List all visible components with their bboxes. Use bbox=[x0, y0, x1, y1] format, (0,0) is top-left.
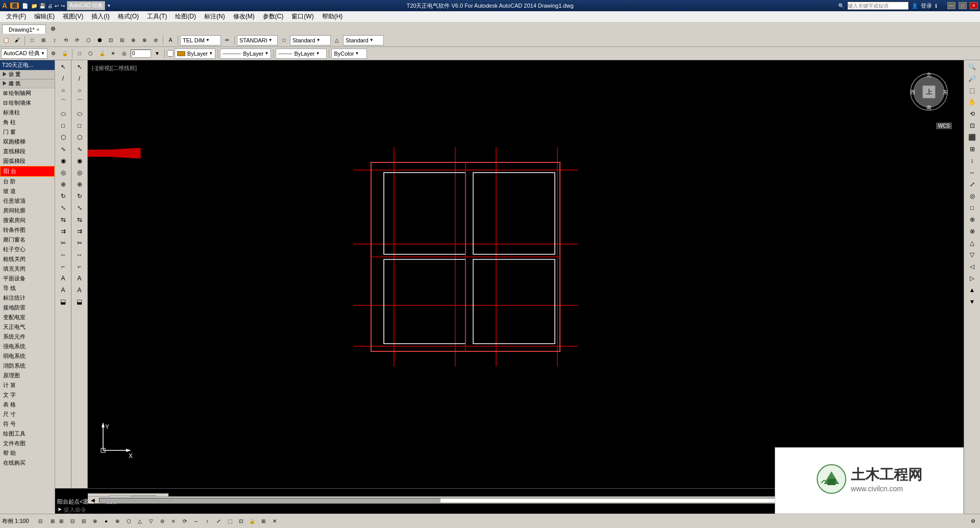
workspace-dropdown[interactable]: AutoCAD 经典 ▼ bbox=[1, 49, 47, 59]
lineweight-dropdown[interactable]: ——— ByLayer ▼ bbox=[276, 49, 327, 59]
plotcolor-dropdown[interactable]: ByColor ▼ bbox=[331, 49, 367, 59]
snap-icon18[interactable]: 🔒 bbox=[247, 516, 257, 526]
snap-icon15[interactable]: ⤢ bbox=[213, 516, 224, 526]
tb-icon5[interactable]: ⟳ bbox=[72, 35, 82, 45]
panel-title[interactable]: T20天正电... bbox=[0, 60, 55, 70]
tb-icon11[interactable]: ⊗ bbox=[139, 35, 150, 45]
snap-icon11[interactable]: ≡ bbox=[168, 516, 179, 526]
close-button[interactable]: ✕ bbox=[970, 2, 978, 9]
tb-icon1[interactable]: □ bbox=[27, 35, 37, 45]
lt-extend-icon[interactable]: ↔ bbox=[57, 249, 70, 260]
tb-pen-icon[interactable]: ✏ bbox=[222, 35, 232, 45]
tb-workspace-icon2[interactable]: 🔒 bbox=[60, 49, 70, 59]
tb-layer-icon1[interactable]: □ bbox=[75, 49, 85, 59]
rt-pan-icon[interactable]: ✋ bbox=[966, 97, 979, 108]
panel-item-colhol[interactable]: 柱子空心 bbox=[0, 245, 55, 254]
panel-item-stair2[interactable]: 直线梯段 bbox=[0, 147, 55, 156]
panel-item-syselem[interactable]: 系统元件 bbox=[0, 332, 55, 342]
lt2-icon3[interactable]: ○ bbox=[73, 85, 86, 96]
lt2-icon11[interactable]: ⊕ bbox=[73, 179, 86, 190]
lt2-icon5[interactable]: ⬭ bbox=[73, 108, 86, 119]
lt2-icon20[interactable]: A bbox=[73, 284, 86, 296]
standard2-dropdown[interactable]: Standard ▼ bbox=[290, 35, 331, 45]
lt-offset-icon[interactable]: ⇉ bbox=[57, 226, 70, 237]
rt-viewcube-icon[interactable]: ⬛ bbox=[966, 132, 979, 143]
snap-icon20[interactable]: ✕ bbox=[270, 516, 280, 526]
tb-layer-icon5[interactable]: ◎ bbox=[119, 49, 130, 59]
menu-insert[interactable]: 插入(I) bbox=[87, 11, 113, 22]
linetype-dropdown[interactable]: ———— ByLayer ▼ bbox=[220, 49, 271, 59]
lt-text-icon[interactable]: A bbox=[57, 273, 70, 284]
tb-icon9[interactable]: ⊟ bbox=[117, 35, 127, 45]
tb-icon12[interactable]: ⊘ bbox=[151, 35, 161, 45]
panel-item-searchroom[interactable]: 搜索房间 bbox=[0, 215, 55, 225]
scroll-left-button[interactable]: ◀ bbox=[88, 497, 98, 503]
panel-item-thick[interactable]: 粗线关闭 bbox=[0, 254, 55, 264]
panel-item-step[interactable]: 台 阶 bbox=[0, 177, 55, 186]
panel-item-grid[interactable]: ⊞ 绘制轴网 bbox=[0, 88, 55, 98]
lt2-icon12[interactable]: ↻ bbox=[73, 190, 86, 202]
dropdown-arrow-icon[interactable]: ▼ bbox=[107, 4, 111, 8]
panel-item-elec[interactable]: 天正电气 bbox=[0, 322, 55, 332]
snap-icon13[interactable]: ↔ bbox=[191, 516, 201, 526]
rt-zoomin-icon[interactable]: 🔍 bbox=[966, 61, 979, 73]
lt2-icon4[interactable]: ⌒ bbox=[73, 97, 86, 108]
lt2-icon8[interactable]: ∿ bbox=[73, 143, 86, 155]
lt2-icon16[interactable]: ✂ bbox=[73, 237, 86, 249]
tb-icon6[interactable]: ⬡ bbox=[83, 35, 93, 45]
rt-icon2[interactable]: ↔ bbox=[966, 167, 979, 178]
menu-dimension[interactable]: 标注(N) bbox=[200, 11, 229, 22]
lt-scale-icon[interactable]: ⤡ bbox=[57, 202, 70, 213]
rt-orbit-icon[interactable]: ⟲ bbox=[966, 108, 979, 119]
panel-item-drawtool[interactable]: 绘图工具 bbox=[0, 429, 55, 439]
tb-layer-icon3[interactable]: 🔒 bbox=[97, 49, 107, 59]
maximize-button[interactable]: □ bbox=[959, 2, 967, 9]
panel-item-roombound[interactable]: 房间轮廓 bbox=[0, 206, 55, 215]
new-tab-button[interactable]: ⊕ bbox=[48, 23, 58, 34]
rt-scrollup-icon[interactable]: ▲ bbox=[966, 284, 979, 296]
undo-icon[interactable]: ↩ bbox=[55, 3, 59, 9]
login-label[interactable]: 登录 bbox=[921, 2, 932, 10]
panel-item-stair3[interactable]: 圆弧梯段 bbox=[0, 156, 55, 166]
rt-icon9[interactable]: ▽ bbox=[966, 249, 979, 260]
lt-fillet-icon[interactable]: ⌐ bbox=[57, 261, 70, 272]
lt2-icon17[interactable]: ↔ bbox=[73, 249, 86, 260]
minimize-button[interactable]: — bbox=[947, 2, 955, 9]
tb-icon3[interactable]: ↕ bbox=[50, 35, 60, 45]
panel-item-roof[interactable]: 任意坡顶 bbox=[0, 196, 55, 206]
menu-params[interactable]: 参数(C) bbox=[259, 11, 288, 22]
tb-workspace-icon1[interactable]: ⚙ bbox=[48, 49, 59, 59]
lt2-icon21[interactable]: ⬓ bbox=[73, 296, 86, 307]
panel-item-help[interactable]: 帮 助 bbox=[0, 448, 55, 458]
tel-dim-dropdown[interactable]: TEL DIM ▼ bbox=[180, 35, 221, 45]
tb-icon2[interactable]: ⊞ bbox=[38, 35, 48, 45]
lt2-icon10[interactable]: ◎ bbox=[73, 167, 86, 178]
lt-rect-icon[interactable]: □ bbox=[57, 120, 70, 131]
rt-icon4[interactable]: ◎ bbox=[966, 190, 979, 202]
rt-nav-icon[interactable]: ⊞ bbox=[966, 143, 979, 155]
lt-hatch-icon[interactable]: ⬓ bbox=[57, 296, 70, 307]
rt-icon1[interactable]: ↕ bbox=[966, 155, 979, 166]
open-icon[interactable]: 📁 bbox=[31, 3, 37, 9]
section-architecture[interactable]: ▶ 建 筑 bbox=[0, 79, 55, 88]
snap-icon6[interactable]: ⊗ bbox=[112, 516, 122, 526]
panel-item-calc[interactable]: 计 算 bbox=[0, 380, 55, 390]
panel-item-balcony[interactable]: 阳 台 bbox=[0, 166, 55, 177]
panel-item-buy[interactable]: 在线购买 bbox=[0, 458, 55, 468]
drawing-tab[interactable]: Drawing1* × bbox=[2, 25, 46, 34]
lt-mirror-icon[interactable]: ⇆ bbox=[57, 214, 70, 225]
panel-item-fileplot[interactable]: 文件布图 bbox=[0, 439, 55, 448]
lt-line-icon[interactable]: / bbox=[57, 73, 70, 84]
drawing-area[interactable]: [-][俯视][二维线框] bbox=[88, 60, 964, 503]
panel-item-window[interactable]: 门 窗 bbox=[0, 127, 55, 137]
panel-item-schematic[interactable]: 原理图 bbox=[0, 371, 55, 380]
sb-model-btn[interactable]: ⊡ bbox=[35, 516, 45, 526]
tb-icon13[interactable]: A bbox=[165, 35, 176, 45]
rt-icon6[interactable]: ⊕ bbox=[966, 214, 979, 225]
rt-icon10[interactable]: ◁ bbox=[966, 261, 979, 272]
panel-item-stair1[interactable]: 双跑楼梯 bbox=[0, 137, 55, 147]
snap-icon5[interactable]: ● bbox=[101, 516, 111, 526]
lt-select-icon[interactable]: ↖ bbox=[57, 61, 70, 73]
menu-tools[interactable]: 工具(T) bbox=[143, 11, 171, 22]
snap-icon3[interactable]: ⊟ bbox=[79, 516, 89, 526]
